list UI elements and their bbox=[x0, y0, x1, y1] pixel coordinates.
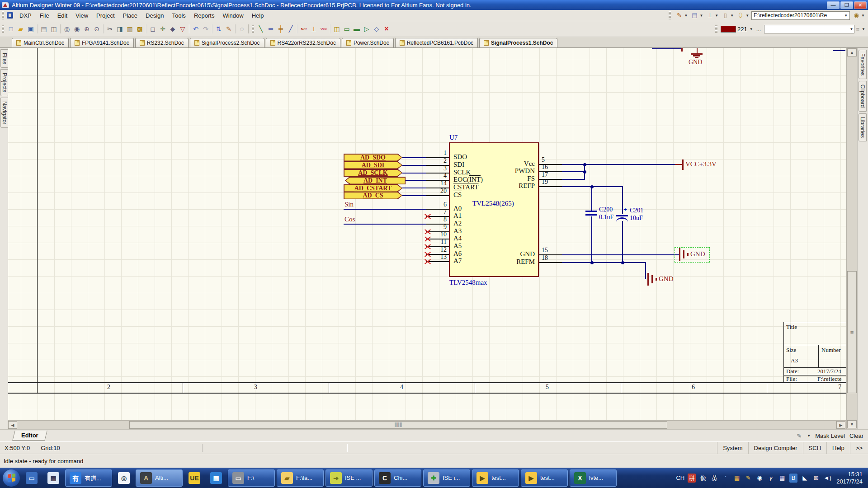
sogou-notes-icon[interactable]: ✎ bbox=[744, 474, 752, 483]
menu-item-dxp[interactable]: DXP bbox=[15, 10, 36, 21]
port-ad_cstart[interactable]: AD_CSTART bbox=[344, 184, 402, 192]
toolbar-grip[interactable] bbox=[669, 11, 671, 19]
project-path-combo[interactable]: F:\reflectedcoder20170601\Re ▼ bbox=[751, 11, 850, 20]
menu-item-help[interactable]: Help bbox=[248, 10, 268, 21]
color-swatch[interactable] bbox=[721, 26, 736, 33]
place-vcc-power-port-button[interactable]: Vcc bbox=[319, 24, 329, 33]
menu-item-tools[interactable]: Tools bbox=[168, 10, 190, 21]
clear-button[interactable]: Clear bbox=[849, 432, 863, 439]
port-ad_sdo[interactable]: AD_SDO bbox=[344, 154, 402, 161]
audio-device-icon[interactable]: ◣ bbox=[801, 474, 809, 483]
zoom-window-button[interactable]: ◎ bbox=[62, 24, 72, 33]
taskbar-button-labview[interactable]: ▶test... bbox=[472, 469, 519, 487]
vertical-scrollbar[interactable]: ▲ ≡ ▼ bbox=[846, 48, 857, 429]
panel-button-sch[interactable]: SCH bbox=[803, 442, 826, 454]
taskbar-icon-ultraedit-icon[interactable]: UE bbox=[184, 469, 204, 487]
open-document-button[interactable]: ▰ bbox=[16, 24, 26, 33]
taskbar-button-ise[interactable]: ➔ISE ... bbox=[326, 469, 373, 487]
undo-button[interactable]: ↶ bbox=[191, 24, 201, 33]
schematic-canvas[interactable]: 234567U7TVL2548(265)TLV2548max1SDO2SDI3S… bbox=[8, 48, 846, 420]
taskbar-clock[interactable]: 15:31 2017/7/24 bbox=[836, 471, 863, 485]
place-part-button[interactable]: ◫ bbox=[332, 24, 342, 33]
horizontal-scrollbar[interactable]: ◀ ⦀⦀⦀ ▶ bbox=[8, 420, 846, 429]
gnd-power-port[interactable]: GND bbox=[659, 275, 674, 283]
zoom-selected-button[interactable]: ⊙ bbox=[92, 24, 102, 33]
vcc-net-label[interactable]: VCC+3.3V bbox=[685, 160, 717, 168]
place-bus-entry-button[interactable]: ╱ bbox=[286, 24, 296, 33]
menu-item-project[interactable]: Project bbox=[92, 10, 118, 21]
chevron-down-icon[interactable]: ▼ bbox=[844, 14, 848, 18]
drawing-tools-button[interactable]: ✎▼ bbox=[674, 11, 689, 20]
port-ad_sclk[interactable]: AD_SCLK bbox=[344, 169, 402, 177]
filter-pencil-icon[interactable]: ✎ bbox=[797, 432, 802, 439]
tab-FPGA9141.SchDoc[interactable]: FPGA9141.SchDoc bbox=[70, 38, 134, 47]
cross-probe-button[interactable]: ◆ bbox=[168, 24, 178, 33]
menu-item-place[interactable]: Place bbox=[119, 10, 142, 21]
sogou-keyboard-icon[interactable]: ▦ bbox=[733, 474, 741, 483]
chevron-down-icon[interactable]: ▼ bbox=[750, 27, 753, 31]
redo-button[interactable]: ↷ bbox=[201, 24, 211, 33]
taskbar-icon-cmd-window-icon[interactable]: ▭ bbox=[22, 469, 42, 487]
select-area-button[interactable]: ◻ bbox=[148, 24, 158, 33]
scroll-right-icon[interactable]: ▶ bbox=[836, 421, 845, 429]
place-harness-connector-button[interactable]: ◇ bbox=[372, 24, 382, 33]
menu-item-design[interactable]: Design bbox=[142, 10, 168, 21]
cap-designator-c200[interactable]: C200 bbox=[599, 206, 613, 213]
taskbar-button-labview[interactable]: ▶test... bbox=[521, 469, 568, 487]
taskbar-icon-search-doc-icon[interactable]: ◎ bbox=[114, 469, 134, 487]
minimize-button[interactable]: — bbox=[827, 1, 840, 9]
tab-SignalProcess1.SchDoc[interactable]: SignalProcess1.SchDoc bbox=[479, 38, 557, 47]
maximize-button[interactable]: ❐ bbox=[840, 1, 853, 9]
taskbar-button-altium[interactable]: AAlti... bbox=[136, 469, 183, 487]
taskbar-button-youdao[interactable]: 有有道... bbox=[65, 469, 112, 487]
place-no-erc-button[interactable]: × bbox=[382, 24, 392, 33]
mask-level-button[interactable]: Mask Level bbox=[815, 432, 845, 439]
chevron-down-icon[interactable]: ▼ bbox=[850, 27, 854, 31]
toolbar-grip[interactable] bbox=[2, 25, 4, 33]
place-signal-harness-button[interactable]: ╪ bbox=[276, 24, 286, 33]
sidebar-tab-projects[interactable]: Projects bbox=[0, 69, 9, 96]
zoom-area-button[interactable]: ⊕ bbox=[82, 24, 92, 33]
taskbar-icon-windows-tiles-icon[interactable]: ▦ bbox=[206, 469, 226, 487]
place-net-label-button[interactable]: Net bbox=[299, 24, 309, 33]
taskbar-button-folder[interactable]: ▰F:\la... bbox=[277, 469, 324, 487]
network-error-icon[interactable]: ⊠ bbox=[812, 474, 820, 483]
smart-paste-button[interactable]: ▩ bbox=[135, 24, 145, 33]
sidebar-tab-navigator[interactable]: Navigator bbox=[0, 98, 9, 128]
blue-app-icon[interactable]: B bbox=[789, 474, 797, 483]
close-button[interactable]: ✕ bbox=[854, 1, 867, 9]
sidebar-tab-clipboard[interactable]: Clipboard bbox=[859, 81, 867, 111]
tab-RS422orRS232.SchDoc[interactable]: RS422orRS232.SchDoc bbox=[266, 38, 340, 47]
port-ad_int[interactable]: AD_INT bbox=[345, 177, 406, 184]
sogou-pinyin-icon[interactable]: 拼 bbox=[688, 474, 696, 483]
chevron-down-icon[interactable]: ▼ bbox=[807, 434, 811, 438]
menu-item-file[interactable]: File bbox=[36, 10, 53, 21]
place-sheet-symbol-button[interactable]: ▭ bbox=[342, 24, 352, 33]
chevron-down-icon[interactable]: ▼ bbox=[684, 14, 688, 18]
menu-item-view[interactable]: View bbox=[71, 10, 92, 21]
scroll-down-icon[interactable]: ▼ bbox=[847, 420, 857, 428]
simulation-sources-button[interactable]: ⬯▼ bbox=[735, 11, 750, 20]
scroll-left-icon[interactable]: ◀ bbox=[8, 421, 17, 429]
tab-editor[interactable]: Editor bbox=[12, 431, 47, 441]
taskbar-button-excel[interactable]: Xlvte... bbox=[570, 469, 617, 487]
taskbar-button-ise-installer[interactable]: ✚ISE i... bbox=[423, 469, 470, 487]
ime-lang-en[interactable]: 英 bbox=[710, 474, 718, 483]
toolbar-grip[interactable] bbox=[252, 25, 254, 33]
cap-value-c200[interactable]: 0.1uF bbox=[599, 214, 613, 221]
gnd-power-port[interactable]: GND bbox=[690, 250, 705, 258]
cap-designator-c201[interactable]: C201 bbox=[630, 207, 643, 214]
scroll-up-icon[interactable]: ▲ bbox=[847, 48, 857, 56]
cut-button[interactable]: ✂ bbox=[105, 24, 115, 33]
panel-button-system[interactable]: System bbox=[717, 442, 748, 454]
find-similar-button[interactable]: ◌ bbox=[237, 24, 247, 33]
power-sources-button[interactable]: ⊥▼ bbox=[704, 11, 720, 20]
taskbar-button-chm[interactable]: CChi... bbox=[374, 469, 421, 487]
new-document-button[interactable]: □ bbox=[6, 24, 16, 33]
filter-combo[interactable]: ▼ bbox=[764, 25, 854, 33]
panel-button-help[interactable]: Help bbox=[826, 442, 850, 454]
cap-value-c201[interactable]: 10uF bbox=[630, 215, 643, 222]
tab-Power.SchDoc[interactable]: Power.SchDoc bbox=[342, 38, 394, 47]
cross-references-button[interactable]: ⇅ bbox=[214, 24, 224, 33]
net-label-sin[interactable]: Sin bbox=[344, 201, 354, 208]
